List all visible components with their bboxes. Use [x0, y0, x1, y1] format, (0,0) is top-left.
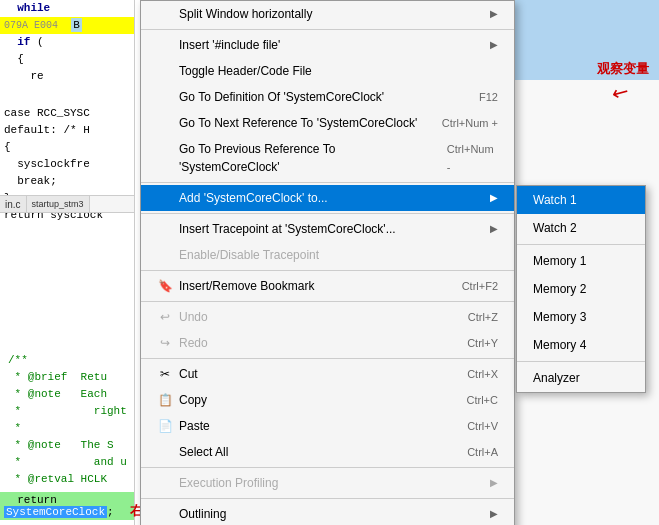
menu-enable-tracepoint: Enable/Disable Tracepoint	[141, 242, 514, 268]
bottom-code-line: return SystemCoreClock;	[4, 494, 114, 518]
code-line-8: {	[0, 139, 134, 156]
separator-6	[141, 358, 514, 359]
menu-goto-prev-ref[interactable]: Go To Previous Reference To 'SystemCoreC…	[141, 136, 514, 180]
arrow-icon: ↙	[607, 77, 634, 106]
code-comment-6: * @note The S	[4, 437, 130, 454]
code-line-2: 079A E004 B	[0, 17, 134, 34]
menu-split-window[interactable]: Split Window horizontally ▶	[141, 1, 514, 27]
submenu-sep-1	[517, 244, 645, 245]
menu-select-all[interactable]: Select All Ctrl+A	[141, 439, 514, 465]
tab-startup[interactable]: startup_stm3	[27, 196, 90, 212]
code-line-1: while	[0, 0, 134, 17]
code-comment-5: *	[4, 420, 130, 437]
submenu-watch1[interactable]: Watch 1	[517, 186, 645, 214]
menu-insert-bookmark[interactable]: 🔖 Insert/Remove Bookmark Ctrl+F2	[141, 273, 514, 299]
code-line-9: sysclockfre	[0, 156, 134, 173]
insert-tracepoint-icon	[157, 221, 173, 237]
select-all-icon	[157, 444, 173, 460]
undo-icon: ↩	[157, 309, 173, 325]
code-line-10: break;	[0, 173, 134, 190]
bookmark-icon: 🔖	[157, 278, 173, 294]
code-comment-4: * right	[4, 403, 130, 420]
menu-cut[interactable]: ✂ Cut Ctrl+X	[141, 361, 514, 387]
code-panel: while 079A E004 B if ( { re in.c startup…	[0, 0, 135, 525]
code-comment-8: * @retval HCLK	[4, 471, 130, 488]
submenu-memory4[interactable]: Memory 4	[517, 331, 645, 359]
separator-5	[141, 301, 514, 302]
goto-definition-icon	[157, 89, 173, 105]
code-comment-brief: /**	[4, 352, 130, 369]
submenu-sep-2	[517, 361, 645, 362]
submenu-memory3[interactable]: Memory 3	[517, 303, 645, 331]
submenu-memory2[interactable]: Memory 2	[517, 275, 645, 303]
code-line-7: default: /* H	[0, 122, 134, 139]
scissors-icon: ✂	[157, 366, 173, 382]
menu-toggle-header[interactable]: Toggle Header/Code File	[141, 58, 514, 84]
code-line-3: if (	[0, 34, 134, 51]
menu-insert-tracepoint[interactable]: Insert Tracepoint at 'SystemCoreClock'..…	[141, 216, 514, 242]
add-to-icon	[157, 190, 173, 206]
tab-in-c[interactable]: in.c	[0, 196, 27, 212]
separator-2	[141, 182, 514, 183]
menu-copy[interactable]: 📋 Copy Ctrl+C	[141, 387, 514, 413]
enable-tracepoint-icon	[157, 247, 173, 263]
code-comment-7: * and u	[4, 454, 130, 471]
menu-goto-next-ref[interactable]: Go To Next Reference To 'SystemCoreClock…	[141, 110, 514, 136]
submenu-analyzer[interactable]: Analyzer	[517, 364, 645, 392]
menu-outlining[interactable]: Outlining ▶	[141, 501, 514, 525]
menu-redo[interactable]: ↪ Redo Ctrl+Y	[141, 330, 514, 356]
redo-icon: ↪	[157, 335, 173, 351]
code-line-6: case RCC_SYSC	[0, 105, 134, 122]
toggle-header-icon	[157, 63, 173, 79]
menu-goto-definition[interactable]: Go To Definition Of 'SystemCoreClock' F1…	[141, 84, 514, 110]
menu-undo[interactable]: ↩ Undo Ctrl+Z	[141, 304, 514, 330]
insert-include-icon	[157, 37, 173, 53]
code-comment-3: * @note Each	[4, 386, 130, 403]
paste-icon: 📄	[157, 418, 173, 434]
exec-profiling-icon	[157, 475, 173, 491]
separator-3	[141, 213, 514, 214]
menu-add-to[interactable]: Add 'SystemCoreClock' to... ▶ Watch 1 Wa…	[141, 185, 514, 211]
separator-8	[141, 498, 514, 499]
split-window-icon	[157, 6, 173, 22]
separator-1	[141, 29, 514, 30]
context-menu: Split Window horizontally ▶ Insert '#inc…	[140, 0, 515, 525]
observe-label: 观察变量	[597, 60, 649, 78]
code-comment-2: * @brief Retu	[4, 369, 130, 386]
menu-paste[interactable]: 📄 Paste Ctrl+V	[141, 413, 514, 439]
outlining-icon	[157, 506, 173, 522]
tab-bar: in.c startup_stm3	[0, 195, 135, 213]
menu-insert-include[interactable]: Insert '#include file' ▶	[141, 32, 514, 58]
submenu-memory1[interactable]: Memory 1	[517, 247, 645, 275]
submenu-add-to: Watch 1 Watch 2 Memory 1 Memory 2 Memory…	[516, 185, 646, 393]
code-line-5: re	[0, 68, 134, 85]
separator-7	[141, 467, 514, 468]
goto-next-icon	[157, 115, 173, 131]
goto-prev-icon	[157, 150, 173, 166]
copy-icon: 📋	[157, 392, 173, 408]
menu-exec-profiling[interactable]: Execution Profiling ▶	[141, 470, 514, 496]
submenu-watch2[interactable]: Watch 2	[517, 214, 645, 242]
code-line-4: {	[0, 51, 134, 68]
separator-4	[141, 270, 514, 271]
